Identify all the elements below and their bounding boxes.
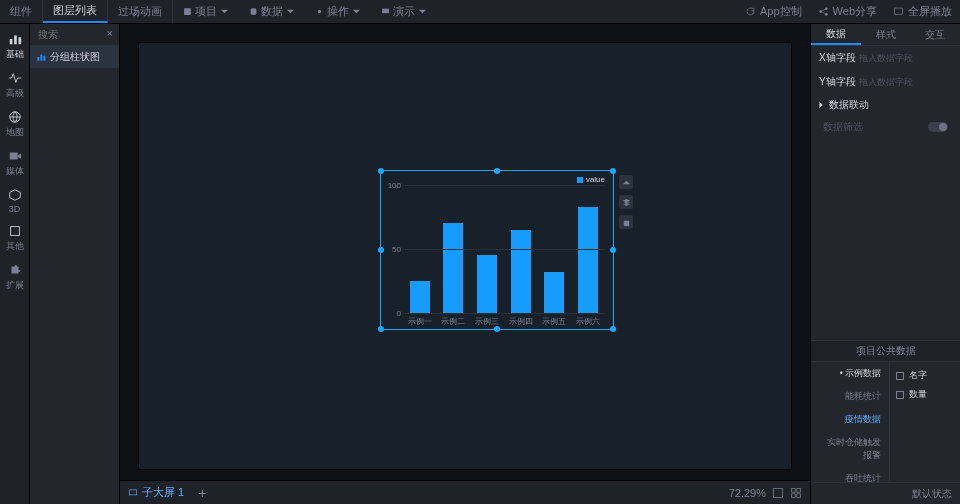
svg-point-4 [819,10,822,13]
right-panel: 数据 样式 交互 X轴字段 拖入数据字段 Y轴字段 拖入数据字段 数据联动 数据… [810,24,960,504]
datasource-list: 示例数据能耗统计疫情数据实时仓储触发报警吞吐统计 [811,362,890,482]
screen-icon [128,488,138,498]
x-tick: 示例六 [576,316,600,327]
field-item[interactable]: 数量 [890,385,960,404]
bar [443,223,463,313]
rail-map[interactable]: 地图 [1,106,29,143]
datasource-row: 示例数据能耗统计疫情数据实时仓储触发报警吞吐统计 名字数量 [811,362,960,482]
svg-rect-3 [382,9,389,14]
pulse-icon [8,71,22,85]
x-tick: 示例三 [475,316,499,327]
datasource-item[interactable]: 能耗统计 [811,385,889,408]
menu-operate[interactable]: 操作 [305,0,371,23]
svg-rect-7 [894,8,902,14]
chevron-up-icon [622,178,631,187]
chart-legend: value [577,175,605,184]
puzzle-icon [8,263,22,277]
chevron-right-icon [817,101,825,109]
bottom-bar: 子大屏 1 + 72.29% [120,480,810,504]
x-tick: 示例一 [408,316,432,327]
rail-advanced[interactable]: 高级 [1,67,29,104]
rail-basic[interactable]: 基础 [1,28,29,65]
selected-chart[interactable]: value 050100 示例一示例二示例三示例四示例五示例六 [380,170,614,330]
datasource-item[interactable]: 疫情数据 [811,408,889,431]
add-subscreen-button[interactable]: + [198,485,206,501]
svg-rect-15 [40,55,42,61]
menu-project[interactable]: 项目 [173,0,239,23]
tab-transitions[interactable]: 过场动画 [108,0,173,23]
svg-rect-13 [10,227,19,236]
chart-tool-3[interactable] [619,215,633,229]
layer-panel: × 分组柱状图 [30,24,120,504]
rail-media[interactable]: 媒体 [1,145,29,182]
right-tab-style[interactable]: 样式 [861,24,911,45]
right-footer: 默认状态 [811,482,960,504]
y-tick: 50 [385,245,401,254]
datasource-item[interactable]: 示例数据 [811,362,889,385]
x-tick: 示例二 [441,316,465,327]
chevron-down-icon [220,7,229,16]
component-rail: 基础 高级 地图 媒体 3D 其他 扩展 [0,24,30,504]
tab-components[interactable]: 组件 [0,0,43,23]
y-field-label: Y轴字段 [819,75,859,89]
svg-rect-10 [18,37,21,44]
menu-data[interactable]: 数据 [239,0,305,23]
chevron-down-icon [352,7,361,16]
layer-search: × [30,24,119,46]
field-item[interactable]: 名字 [890,366,960,385]
svg-point-2 [318,10,321,13]
layer-item[interactable]: 分组柱状图 [30,46,119,68]
datasource-item[interactable]: 实时仓储触发报警 [811,431,889,467]
x-field-label: X轴字段 [819,51,859,65]
subscreen-tab[interactable]: 子大屏 1 [128,485,184,500]
rail-other[interactable]: 其他 [1,220,29,257]
x-field-row: X轴字段 拖入数据字段 [811,46,960,70]
x-field-slot[interactable]: 拖入数据字段 [859,52,952,65]
bar-chart-icon [8,32,22,46]
menu-present[interactable]: 演示 [371,0,437,23]
svg-rect-9 [14,36,17,45]
grid-icon[interactable] [790,487,802,499]
svg-rect-14 [37,57,39,61]
rail-3d[interactable]: 3D [1,184,29,218]
canvas-area[interactable]: value 050100 示例一示例二示例三示例四示例五示例六 子大屏 1 + … [120,24,810,504]
bar-chart-icon [36,52,46,62]
datasource-fields: 名字数量 [890,362,960,482]
svg-rect-17 [623,220,628,225]
y-field-slot[interactable]: 拖入数据字段 [859,76,952,89]
globe-icon [8,110,22,124]
canvas[interactable]: value 050100 示例一示例二示例三示例四示例五示例六 [138,42,792,470]
svg-rect-8 [9,39,12,44]
fullscreen-icon [893,6,904,17]
svg-rect-19 [774,488,783,497]
tab-layer-list[interactable]: 图层列表 [43,0,108,23]
x-axis-labels: 示例一示例二示例三示例四示例五示例六 [403,316,605,327]
y-tick: 0 [385,309,401,318]
clear-search-icon[interactable]: × [107,27,113,39]
bar [410,281,430,313]
layers-icon [622,198,631,207]
zoom-value: 72.29% [729,487,766,499]
cube-icon [8,188,22,202]
right-tab-data[interactable]: 数据 [811,24,861,45]
share-icon [818,6,829,17]
action-fullscreen[interactable]: 全屏播放 [885,4,960,19]
layer-item-label: 分组柱状图 [50,50,100,64]
filter-toggle[interactable] [928,122,948,132]
bar [544,272,564,313]
y-field-row: Y轴字段 拖入数据字段 [811,70,960,94]
chart-tool-2[interactable] [619,195,633,209]
delete-icon [622,218,631,227]
fit-icon[interactable] [772,487,784,499]
svg-rect-12 [9,153,17,160]
action-app-control[interactable]: App控制 [737,4,810,19]
right-tabs: 数据 样式 交互 [811,24,960,46]
rail-extension[interactable]: 扩展 [1,259,29,296]
bar-chart: value 050100 示例一示例二示例三示例四示例五示例六 [381,171,613,329]
chart-tool-1[interactable] [619,175,633,189]
data-linkage-section[interactable]: 数据联动 [811,94,960,116]
svg-rect-18 [129,489,137,494]
action-web-share[interactable]: Web分享 [810,4,885,19]
right-tab-interact[interactable]: 交互 [910,24,960,45]
chevron-down-icon [418,7,427,16]
